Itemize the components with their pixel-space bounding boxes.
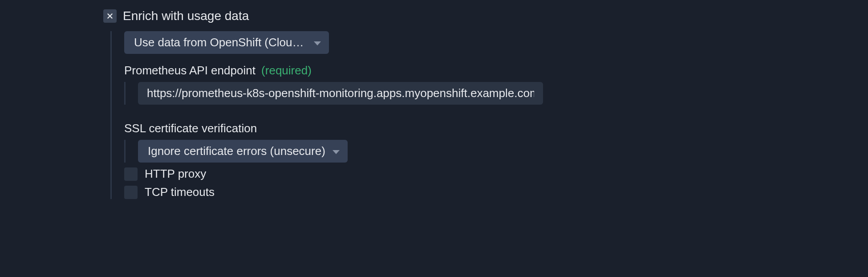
enrich-checkbox[interactable] [103, 9, 117, 23]
data-source-dropdown[interactable]: Use data from OpenShift (Cloud Editi… [124, 31, 329, 54]
tcp-timeouts-row: TCP timeouts [124, 185, 868, 199]
ssl-selected: Ignore certificate errors (unsecure) [148, 144, 325, 158]
http-proxy-row: HTTP proxy [124, 167, 868, 181]
x-mark-icon [106, 12, 114, 20]
prometheus-label-row: Prometheus API endpoint (required) [124, 64, 868, 77]
required-tag: (required) [261, 64, 312, 77]
chevron-down-icon [314, 41, 321, 45]
prometheus-endpoint-input[interactable] [138, 82, 543, 105]
section-body: Use data from OpenShift (Cloud Editi… Pr… [110, 31, 868, 199]
ssl-dropdown-wrap: Ignore certificate errors (unsecure) [124, 140, 868, 163]
prometheus-field-group: Prometheus API endpoint (required) [124, 64, 868, 105]
section-title: Enrich with usage data [123, 9, 249, 23]
tcp-timeouts-checkbox[interactable] [124, 186, 138, 199]
http-proxy-label: HTTP proxy [145, 167, 206, 181]
data-source-selected: Use data from OpenShift (Cloud Editi… [134, 36, 307, 49]
tcp-timeouts-label: TCP timeouts [145, 185, 215, 199]
ssl-verification-dropdown[interactable]: Ignore certificate errors (unsecure) [138, 140, 348, 163]
prometheus-input-wrap [124, 82, 868, 105]
ssl-label: SSL certificate verification [124, 122, 868, 135]
chevron-down-icon [333, 150, 340, 154]
ssl-field-group: SSL certificate verification Ignore cert… [124, 122, 868, 163]
section-header: Enrich with usage data [103, 9, 868, 23]
http-proxy-checkbox[interactable] [124, 167, 138, 181]
prometheus-label: Prometheus API endpoint [124, 64, 256, 77]
